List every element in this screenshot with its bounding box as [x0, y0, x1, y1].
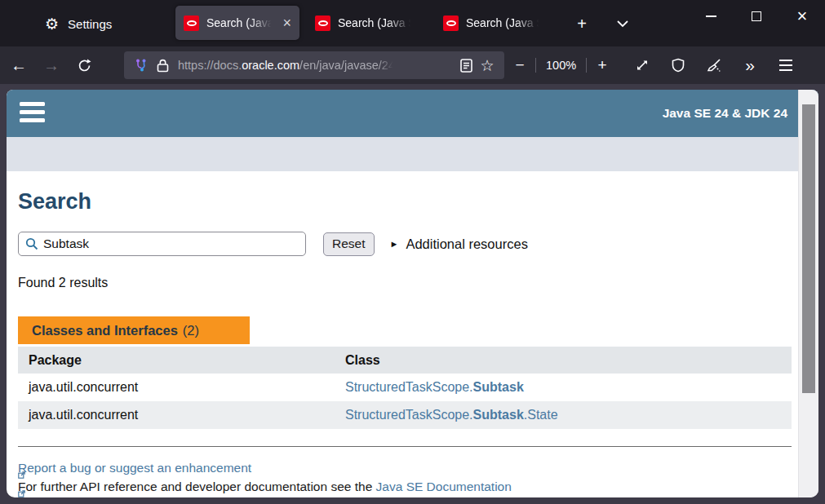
search-icon	[25, 237, 38, 250]
new-tab-button[interactable]: +	[570, 11, 594, 36]
additional-resources-label: Additional resources	[406, 237, 528, 252]
reader-mode-icon[interactable]	[455, 59, 477, 73]
zoom-out-button[interactable]: −	[508, 56, 532, 74]
toolbar-icons: »	[630, 51, 798, 79]
section-count: (2)	[183, 323, 199, 338]
zoom-in-button[interactable]: +	[590, 56, 614, 74]
section-tab-classes[interactable]: Classes and Interfaces (2)	[18, 316, 250, 344]
url-scheme: https://docs.	[178, 59, 242, 72]
app-menu-icon[interactable]	[774, 53, 798, 77]
tab-settings[interactable]: ⚙ Settings	[45, 8, 112, 39]
oracle-logo-icon	[315, 15, 330, 31]
lock-icon[interactable]	[152, 59, 173, 73]
list-tabs-chevron-icon[interactable]	[610, 11, 635, 36]
class-prefix: StructuredTaskScope.	[345, 380, 473, 394]
url-path: /en/java/javase/24	[299, 59, 395, 72]
search-input[interactable]	[43, 237, 288, 251]
package-cell: java.util.concurrent	[18, 401, 335, 429]
overflow-chevron-icon[interactable]: »	[738, 53, 762, 77]
banner-title: Java SE 24 & JDK 24	[663, 106, 787, 121]
class-link[interactable]: StructuredTaskScope.Subtask.State	[345, 408, 558, 422]
navigation-bar: ← →	[0, 46, 825, 84]
site-menu-icon[interactable]	[20, 102, 45, 122]
oracle-logo-icon	[443, 15, 459, 31]
url-bar[interactable]: https://docs.oracle.com/en/java/javase/2…	[124, 51, 504, 79]
tab-search-1[interactable]: Search (Java S ×	[175, 6, 299, 40]
additional-resources-toggle[interactable]: ► Additional resources	[390, 237, 528, 252]
external-link-icon	[18, 490, 769, 497]
class-prefix: StructuredTaskScope.	[345, 408, 473, 422]
tab-search-3[interactable]: Search (Java SE	[435, 6, 557, 40]
page-title: Search	[18, 189, 91, 214]
forward-button[interactable]: →	[38, 52, 65, 78]
external-link-icon	[18, 471, 252, 479]
maximize-button[interactable]	[734, 0, 779, 33]
column-header-class: Class	[335, 347, 792, 374]
table-header-row: Package Class	[18, 347, 792, 374]
site-banner: Java SE 24 & JDK 24	[7, 90, 818, 137]
table-row: java.util.concurrent StructuredTaskScope…	[18, 401, 792, 429]
close-icon: ×	[797, 7, 808, 25]
extension-permissions-icon[interactable]	[131, 58, 152, 73]
class-link[interactable]: StructuredTaskScope.Subtask	[345, 380, 524, 394]
footer-divider	[18, 446, 792, 447]
url-text: https://docs.oracle.com/en/java/javase/2…	[178, 59, 455, 72]
tab-title: Search (Java SE	[466, 16, 541, 29]
minimize-button[interactable]	[688, 0, 734, 33]
clear-data-broom-icon[interactable]	[702, 53, 726, 77]
close-button[interactable]: ×	[779, 0, 825, 33]
tab-search-2[interactable]: Search (Java SE	[307, 6, 429, 40]
class-bold: Subtask	[473, 380, 524, 394]
search-box[interactable]	[18, 232, 306, 256]
zoom-controls: − 100% +	[508, 51, 614, 79]
section-title: Classes and Interfaces	[32, 323, 178, 338]
tab-title: Search (Java SE	[338, 16, 413, 29]
gear-icon: ⚙	[45, 16, 59, 32]
scrollbar-thumb[interactable]	[802, 104, 815, 393]
reset-button[interactable]: Reset	[323, 232, 375, 256]
tab-bar: ⚙ Settings Search (Java S × Search (Java…	[0, 0, 825, 46]
bookmark-star-icon[interactable]: ☆	[477, 56, 498, 75]
window-controls: ×	[688, 0, 825, 33]
results-summary: Found 2 results	[18, 276, 108, 290]
shield-icon[interactable]	[666, 53, 690, 77]
class-bold: Subtask	[473, 408, 524, 422]
tab-close-icon[interactable]: ×	[282, 15, 291, 32]
window-frame: Java SE 24 & JDK 24 Search Reset ► Addit…	[0, 84, 825, 504]
results-table: Package Class java.util.concurrent Struc…	[18, 347, 792, 429]
reload-button[interactable]	[70, 52, 98, 78]
tab-title: Search (Java S	[206, 16, 273, 29]
page-viewport: Java SE 24 & JDK 24 Search Reset ► Addit…	[7, 90, 818, 497]
back-button[interactable]: ←	[5, 52, 33, 78]
search-row: Reset ► Additional resources	[18, 232, 528, 256]
collapsed-triangle-icon: ►	[390, 239, 399, 249]
table-row: java.util.concurrent StructuredTaskScope…	[18, 374, 792, 401]
browser-window: ⚙ Settings Search (Java S × Search (Java…	[0, 0, 825, 504]
zoom-level[interactable]: 100%	[539, 59, 583, 72]
page-scrollbar[interactable]	[798, 90, 818, 497]
footer-paragraph: For further API reference and developer …	[18, 480, 769, 497]
class-suffix: .State	[524, 408, 558, 422]
package-cell: java.util.concurrent	[18, 374, 335, 401]
oracle-logo-icon	[184, 15, 199, 31]
settings-tab-label: Settings	[68, 17, 112, 31]
url-domain: oracle.com	[242, 59, 299, 72]
fullscreen-icon[interactable]	[630, 53, 654, 77]
column-header-package: Package	[18, 347, 335, 374]
banner-subheader	[7, 137, 818, 171]
